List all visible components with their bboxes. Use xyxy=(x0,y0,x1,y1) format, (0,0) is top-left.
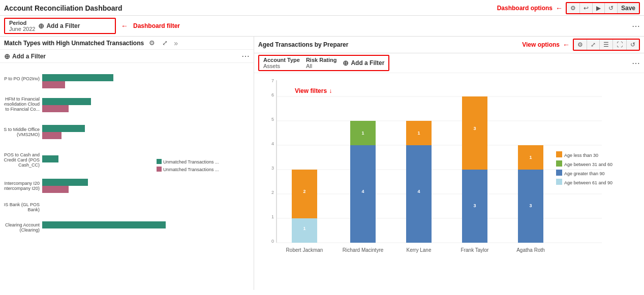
right-refresh2-icon[interactable]: ⤢ xyxy=(587,40,600,50)
right-panel-title-row: Aged Transactions by Preparer xyxy=(258,41,348,48)
svg-text:Intercompany I20: Intercompany I20 xyxy=(4,181,40,186)
svg-text:3: 3 xyxy=(271,166,274,171)
right-list-icon[interactable]: ☰ xyxy=(600,40,613,50)
rm-blue-bar xyxy=(350,145,376,243)
left-bar-chart: AP to PO (PO2Inv) HFM to Financial Conso… xyxy=(4,65,243,233)
plus-icon: ⊕ xyxy=(38,22,44,30)
svg-rect-60 xyxy=(556,170,562,176)
svg-text:4: 4 xyxy=(361,189,364,194)
dashboard-options-arrow: ← xyxy=(556,4,563,12)
bar-apto-pink xyxy=(42,81,65,88)
settings-button[interactable]: ⚙ xyxy=(567,3,580,13)
svg-text:3: 3 xyxy=(529,203,532,208)
left-add-filter-button[interactable]: ⊕ Add a Filter xyxy=(4,52,46,60)
svg-rect-21 xyxy=(157,159,162,164)
bar-clearing-teal xyxy=(42,221,166,228)
period-filter-label-col: Period June 2022 xyxy=(9,20,35,32)
view-options-arrow: ← xyxy=(563,41,570,49)
svg-text:6: 6 xyxy=(271,92,274,97)
svg-text:Age between 61 and 90: Age between 61 and 90 xyxy=(564,180,612,185)
right-expand-icon[interactable]: ⛶ xyxy=(613,40,627,50)
filter-bar-dots-menu[interactable]: ⋯ xyxy=(632,21,640,31)
svg-text:Kerry Lane: Kerry Lane xyxy=(407,247,432,253)
add-filter-button[interactable]: ⊕ Add a Filter xyxy=(38,22,80,30)
save-button[interactable]: Save xyxy=(618,3,639,13)
rj-orange-bar xyxy=(292,170,317,218)
left-dots-menu[interactable]: ⋯ xyxy=(241,51,250,61)
account-type-value: Assets xyxy=(263,63,300,69)
svg-text:Cash_CC): Cash_CC) xyxy=(18,162,40,168)
right-panel-header: Aged Transactions by Preparer View optio… xyxy=(254,37,644,53)
svg-text:POS to Cash and: POS to Cash and xyxy=(4,152,40,157)
view-options-label: View options xyxy=(522,41,560,48)
left-chart-area: AP to PO (PO2Inv) HFM to Financial Conso… xyxy=(0,63,254,290)
account-type-col: Account Type Assets xyxy=(263,57,300,69)
bar-pos-teal xyxy=(42,155,58,162)
view-filters-arrow: ↓ xyxy=(329,87,332,94)
left-add-filter-label: Add a Filter xyxy=(12,53,46,60)
right-panel: Aged Transactions by Preparer View optio… xyxy=(254,37,644,290)
undo-button[interactable]: ↩ xyxy=(580,3,593,13)
view-options-area: View options ← ⚙ ⤢ ☰ ⛶ ↺ xyxy=(522,39,640,51)
right-settings-icon[interactable]: ⚙ xyxy=(574,40,587,50)
risk-rating-col: Risk Rating All xyxy=(306,57,337,69)
refresh-button[interactable]: ↺ xyxy=(605,3,618,13)
svg-text:Age greater than 90: Age greater than 90 xyxy=(564,171,605,176)
right-panel-title: Aged Transactions by Preparer xyxy=(258,41,348,48)
svg-text:4: 4 xyxy=(271,141,274,146)
left-refresh-icon[interactable]: ⤢ xyxy=(160,38,170,48)
dashboard-toolbar: ⚙ ↩ ▶ ↺ Save xyxy=(566,2,640,14)
bar-vms-teal xyxy=(42,125,85,132)
svg-rect-62 xyxy=(556,179,562,185)
svg-text:Age between 31 and 60: Age between 31 and 60 xyxy=(564,162,612,167)
right-rotate-icon[interactable]: ↺ xyxy=(627,40,639,50)
bar-hfm-pink xyxy=(42,105,69,112)
main-content: Match Types with High Unmatched Transact… xyxy=(0,37,644,290)
svg-text:Robert Jackman: Robert Jackman xyxy=(286,247,323,253)
add-filter-label: Add a Filter xyxy=(46,22,80,29)
right-add-filter-button[interactable]: ⊕ Add a Filter xyxy=(343,59,384,67)
dashboard-options-label: Dashboard options xyxy=(497,5,553,12)
dashboard-filter-bar: Period June 2022 ⊕ Add a Filter ← Dashbo… xyxy=(0,16,644,37)
svg-text:(Intercompany I20): (Intercompany I20) xyxy=(4,186,40,191)
svg-text:Credit Card (POS: Credit Card (POS xyxy=(4,157,40,162)
svg-text:Frank Taylor: Frank Taylor xyxy=(461,247,489,253)
svg-rect-23 xyxy=(157,167,162,172)
svg-text:2: 2 xyxy=(271,190,274,195)
risk-rating-label: Risk Rating xyxy=(306,57,337,63)
account-type-label: Account Type xyxy=(263,57,300,63)
right-toolbar: ⚙ ⤢ ☰ ⛶ ↺ xyxy=(573,39,640,51)
left-settings-icon[interactable]: ⚙ xyxy=(147,38,157,48)
play-button[interactable]: ▶ xyxy=(593,3,605,13)
filter-arrow: ← xyxy=(121,22,128,30)
svg-text:Bank): Bank) xyxy=(27,207,40,212)
svg-text:2: 2 xyxy=(303,189,305,194)
bar-inter-teal xyxy=(42,179,88,186)
svg-text:5: 5 xyxy=(271,117,274,122)
svg-text:Unmatched Transactions ...: Unmatched Transactions ... xyxy=(163,159,219,165)
period-filter-box: Period June 2022 ⊕ Add a Filter xyxy=(4,18,116,34)
svg-text:Richard Macintyre: Richard Macintyre xyxy=(343,247,384,253)
svg-text:3: 3 xyxy=(473,203,476,208)
svg-text:(Clearing): (Clearing) xyxy=(19,227,40,233)
dashboard-filter-label: Dashboard filter xyxy=(133,22,180,29)
left-panel-title: Match Types with High Unmatched Transact… xyxy=(4,40,144,47)
app-header: Account Reconciliation Dashboard Dashboa… xyxy=(0,0,644,16)
right-filter-box: Account Type Assets Risk Rating All ⊕ Ad… xyxy=(258,55,389,71)
svg-text:7: 7 xyxy=(271,78,274,83)
left-panel: Match Types with High Unmatched Transact… xyxy=(0,37,254,290)
svg-text:Clearing Account: Clearing Account xyxy=(5,222,40,227)
svg-text:AP to PO (PO2Inv): AP to PO (PO2Inv) xyxy=(4,76,40,81)
view-filters-label: View filters ↓ xyxy=(295,87,332,94)
right-dots-menu[interactable]: ⋯ xyxy=(632,58,640,68)
svg-text:1: 1 xyxy=(271,214,274,219)
left-panel-title-row: Match Types with High Unmatched Transact… xyxy=(0,37,254,50)
svg-text:GL POS Bank (GL POS: GL POS Bank (GL POS xyxy=(4,202,40,207)
kl-blue-bar xyxy=(406,145,432,243)
svg-text:Age less than 30: Age less than 30 xyxy=(564,153,598,158)
svg-text:1: 1 xyxy=(417,130,420,136)
period-label: Period xyxy=(9,20,35,26)
left-filter-row: ⊕ Add a Filter ⋯ xyxy=(0,50,254,63)
left-panel-divider: » xyxy=(173,39,179,47)
svg-text:1: 1 xyxy=(361,130,364,136)
